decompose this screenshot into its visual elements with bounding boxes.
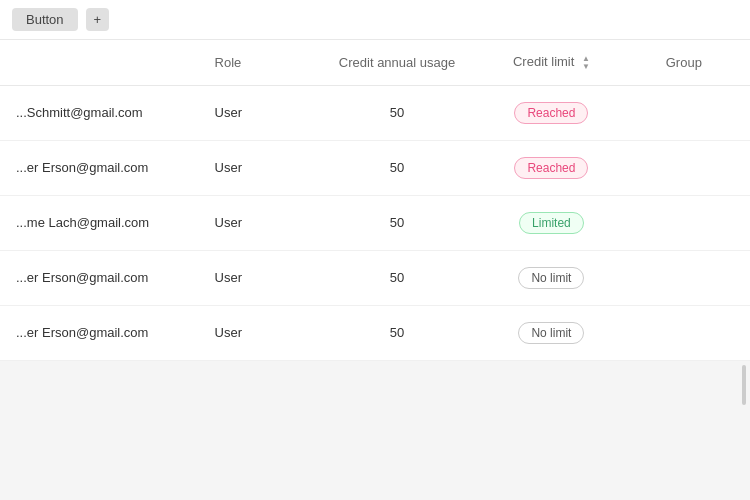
users-table-container: Role Credit annual usage Credit limit ▲ … <box>0 40 750 361</box>
scrollbar-area <box>0 361 750 441</box>
table-row: ...er Erson@gmail.com User 50 No limit <box>0 250 750 305</box>
limit-badge[interactable]: Reached <box>514 102 588 124</box>
limit-badge[interactable]: No limit <box>518 322 584 344</box>
cell-email: ...er Erson@gmail.com <box>0 140 199 195</box>
table-row: ...me Lach@gmail.com User 50 Limited <box>0 195 750 250</box>
cell-group <box>618 140 750 195</box>
cell-limit: Reached <box>485 140 617 195</box>
users-table: Role Credit annual usage Credit limit ▲ … <box>0 40 750 361</box>
cell-usage: 50 <box>309 85 485 140</box>
top-bar-button-1[interactable]: Button <box>12 8 78 31</box>
cell-limit: Limited <box>485 195 617 250</box>
table-row: ...er Erson@gmail.com User 50 Reached <box>0 140 750 195</box>
cell-role: User <box>199 250 309 305</box>
cell-usage: 50 <box>309 195 485 250</box>
cell-group <box>618 250 750 305</box>
col-header-limit[interactable]: Credit limit ▲ ▼ <box>485 40 617 85</box>
cell-role: User <box>199 305 309 360</box>
sort-icon: ▲ ▼ <box>582 55 590 71</box>
cell-role: User <box>199 140 309 195</box>
limit-badge[interactable]: Limited <box>519 212 584 234</box>
cell-usage: 50 <box>309 250 485 305</box>
cell-limit: Reached <box>485 85 617 140</box>
cell-limit: No limit <box>485 305 617 360</box>
limit-badge[interactable]: Reached <box>514 157 588 179</box>
cell-email: ...er Erson@gmail.com <box>0 305 199 360</box>
scrollbar-track[interactable] <box>742 365 746 405</box>
top-bar: Button + <box>0 0 750 40</box>
cell-group <box>618 85 750 140</box>
limit-badge[interactable]: No limit <box>518 267 584 289</box>
col-header-email <box>0 40 199 85</box>
cell-usage: 50 <box>309 305 485 360</box>
cell-group <box>618 195 750 250</box>
cell-usage: 50 <box>309 140 485 195</box>
cell-role: User <box>199 195 309 250</box>
cell-group <box>618 305 750 360</box>
cell-email: ...me Lach@gmail.com <box>0 195 199 250</box>
top-bar-button-2[interactable]: + <box>86 8 110 31</box>
cell-role: User <box>199 85 309 140</box>
cell-email: ...Schmitt@gmail.com <box>0 85 199 140</box>
table-header-row: Role Credit annual usage Credit limit ▲ … <box>0 40 750 85</box>
col-header-role: Role <box>199 40 309 85</box>
col-header-group: Group <box>618 40 750 85</box>
table-row: ...er Erson@gmail.com User 50 No limit <box>0 305 750 360</box>
col-header-usage: Credit annual usage <box>309 40 485 85</box>
cell-limit: No limit <box>485 250 617 305</box>
table-row: ...Schmitt@gmail.com User 50 Reached <box>0 85 750 140</box>
cell-email: ...er Erson@gmail.com <box>0 250 199 305</box>
